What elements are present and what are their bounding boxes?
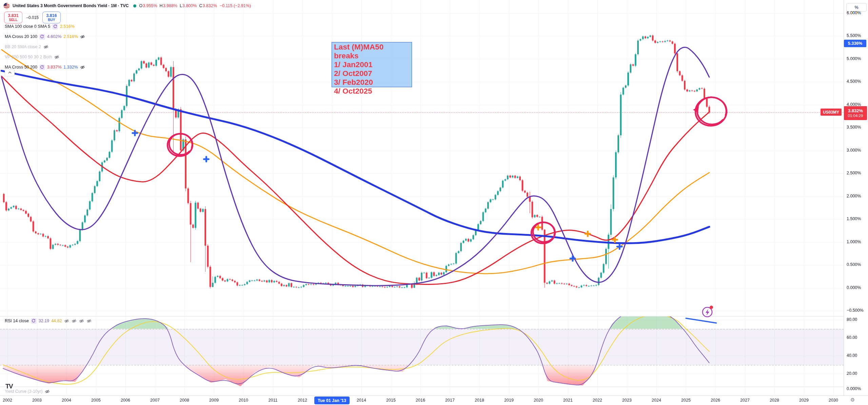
year-label-2016: 2016: [416, 398, 425, 403]
annotation-line: 4/ Oct2025: [334, 87, 410, 96]
tradingview-logo[interactable]: TV: [5, 383, 13, 390]
price-tick: 1.000%: [847, 239, 861, 244]
price-tick: 3.000%: [847, 148, 861, 153]
chevron-up-icon: [8, 72, 12, 74]
legend-row-rsi: RSI 14 close 32.19 44.82: [5, 317, 92, 324]
close-value: 3.832%: [202, 3, 217, 8]
year-label-2030: 2030: [829, 398, 838, 403]
price-tick: 2.000%: [847, 194, 861, 198]
year-label-2020: 2020: [534, 398, 543, 403]
price-tick: 4.500%: [847, 79, 861, 84]
price-tick: 6.000%: [847, 11, 861, 15]
price-tick: 4.000%: [847, 102, 861, 107]
year-label-2025: 2025: [681, 398, 691, 403]
indicator-title[interactable]: VP 200 500 50 30 2 Both: [5, 55, 52, 59]
chart-canvas[interactable]: [0, 0, 868, 405]
order-panel: 3.831 SELL −0.015 3.816 BUY: [4, 12, 61, 23]
year-label-2021: 2021: [563, 398, 573, 403]
last-price: 3.832%: [848, 109, 863, 113]
rsi-tick: 60.00: [847, 335, 857, 340]
year-label-2019: 2019: [504, 398, 514, 403]
indicator-value: 4.602%: [47, 34, 61, 39]
sell-button[interactable]: 3.831 SELL: [4, 12, 22, 23]
symbol-header: United States 3 Month Government Bonds Y…: [3, 2, 251, 9]
gear-icon[interactable]: ⚙: [850, 397, 855, 403]
indicator-value: 2.516%: [60, 24, 74, 29]
sync-icon[interactable]: [39, 34, 45, 40]
eye-off-icon[interactable]: [86, 318, 92, 324]
year-label-2003: 2003: [32, 398, 42, 403]
indicator-title[interactable]: RSI 14 close: [5, 319, 29, 323]
year-label-2028: 2028: [770, 398, 779, 403]
legend-row-vp: VP 200 500 50 30 2 Both: [5, 54, 59, 60]
sync-icon[interactable]: [52, 24, 58, 30]
symbol-title[interactable]: United States 3 Month Government Bonds Y…: [13, 3, 129, 8]
year-label-2002: 2002: [3, 398, 12, 403]
annotation-line: Last (M)MA50 breaks: [334, 43, 410, 60]
price-tick: 5.500%: [847, 33, 861, 38]
year-label-2005: 2005: [91, 398, 101, 403]
indicator-value: 1.332%: [63, 65, 78, 70]
indicator-value: 2.516%: [63, 34, 78, 39]
spread-value: −0.015: [26, 15, 39, 20]
symbol-price-tag: US03MY: [821, 109, 842, 116]
eye-off-icon[interactable]: [54, 54, 59, 60]
price-tick: 0.500%: [847, 262, 861, 267]
ohlc-readout: O3.955% H3.988% L3.800% C3.832% −0.115 (…: [139, 3, 251, 8]
year-label-2011: 2011: [269, 398, 278, 403]
legend-row-macross50200: MA Cross 50 200 3.837% 1.332%: [5, 64, 85, 71]
text-annotation[interactable]: Last (M)MA50 breaks 1/ Jan2001 2/ Oct200…: [332, 42, 412, 87]
year-label-2015: 2015: [386, 398, 396, 403]
tradingview-chart-window: United States 3 Month Government Bonds Y…: [0, 0, 868, 405]
year-label-2024: 2024: [652, 398, 661, 403]
rsi-value: 32.19: [39, 319, 49, 323]
eye-off-icon[interactable]: [71, 318, 77, 324]
rsi-tick: 20.00: [847, 371, 857, 376]
change-value: −0.115 (−2.91%): [220, 3, 251, 8]
indicator-title[interactable]: MA Cross 20 100: [5, 34, 37, 39]
rsi-signal-value: 44.82: [51, 319, 62, 323]
year-label-2007: 2007: [150, 398, 160, 403]
legend-row-bb: BB 20 SMA close 2: [5, 43, 48, 50]
sync-icon[interactable]: [39, 64, 45, 70]
collapse-legend-button[interactable]: [5, 69, 15, 76]
year-label-2010: 2010: [239, 398, 248, 403]
year-label-2023: 2023: [622, 398, 632, 403]
indicator-value: 3.837%: [47, 65, 61, 70]
buy-button[interactable]: 3.816 BUY: [42, 12, 61, 23]
indicator-title[interactable]: BB 20 SMA close 2: [5, 44, 41, 49]
eye-off-icon[interactable]: [43, 44, 48, 50]
year-label-2026: 2026: [711, 398, 720, 403]
year-label-2029: 2029: [799, 398, 809, 403]
indicator-title[interactable]: SMA 100 close 0 SMA 5: [5, 24, 50, 29]
annotation-line: 1/ Jan2001: [334, 60, 410, 69]
year-label-2009: 2009: [209, 398, 219, 403]
signal-lightning-icon[interactable]: [699, 303, 715, 320]
price-tick: −0.500%: [847, 308, 864, 313]
price-tick: 1.500%: [847, 216, 861, 221]
open-value: 3.955%: [143, 3, 157, 8]
year-label-2004: 2004: [62, 398, 71, 403]
eye-off-icon[interactable]: [44, 389, 50, 394]
price-tick: 3.500%: [847, 125, 861, 130]
anchor-price-label: 5.336%: [844, 40, 866, 47]
eye-off-icon[interactable]: [64, 318, 69, 324]
sync-icon[interactable]: [31, 318, 37, 324]
eye-off-icon[interactable]: [80, 64, 85, 70]
year-label-2027: 2027: [740, 398, 750, 403]
bar-countdown: 01:04:29: [848, 113, 863, 118]
high-value: 3.988%: [163, 3, 177, 8]
year-label-2008: 2008: [180, 398, 189, 403]
year-label-2006: 2006: [121, 398, 130, 403]
anchor-date-label: Tue 01 Jan '13: [314, 397, 350, 404]
last-price-label: 3.832% 01:04:29: [844, 106, 867, 120]
price-tick: 0.000%: [847, 285, 861, 290]
annotation-line: 3/ Feb2020: [334, 78, 410, 87]
eye-off-icon[interactable]: [79, 318, 84, 324]
market-status-icon[interactable]: [133, 4, 136, 7]
yield-tick: 0.000%: [847, 386, 861, 391]
year-label-2012: 2012: [298, 398, 307, 403]
rsi-tick: 40.00: [847, 353, 857, 358]
eye-off-icon[interactable]: [80, 34, 85, 39]
price-tick: 5.000%: [847, 56, 861, 61]
